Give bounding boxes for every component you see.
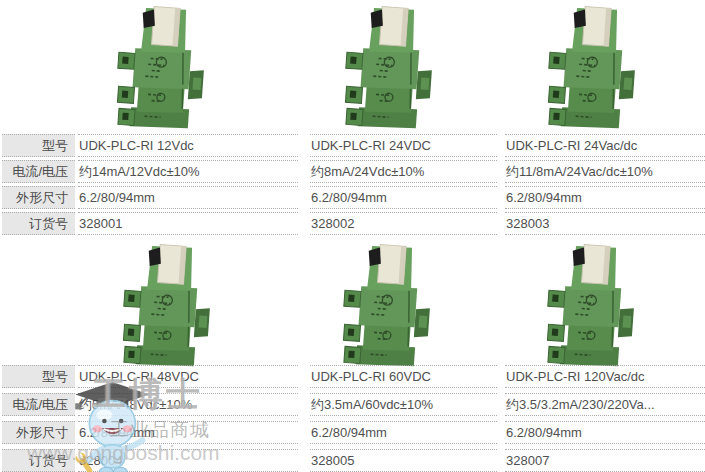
spec-value-dimensions: 6.2/80/94mm — [310, 186, 497, 209]
spec-value-dimensions: 6.2/80/94mm — [78, 186, 298, 209]
relay-module-illustration — [102, 5, 214, 131]
spec-value-current-voltage: 约14mA/12Vdc±10% — [78, 160, 298, 183]
spec-value-order-no: 328004 — [78, 449, 298, 472]
spec-table-bottom: 型号 UDK-PLC-RI 48VDC UDK-PLC-RI 60VDC UDK… — [2, 365, 705, 472]
spec-table-top: 型号 UDK-PLC-RI 12Vdc UDK-PLC-RI 24VDC UDK… — [2, 134, 705, 238]
relay-module-illustration — [108, 243, 220, 369]
spec-value-current-voltage: 约11/8mA/24Vac/dc±10% — [505, 160, 705, 183]
spec-row-order-no: 订货号 328004 328005 328007 — [2, 449, 705, 472]
spec-label-current-voltage: 电流/电压 — [2, 160, 75, 183]
spec-value-model: UDK-PLC-RI 48VDC — [78, 365, 298, 388]
spec-label-model: 型号 — [2, 134, 75, 157]
product-spec-page: 型号 UDK-PLC-RI 12Vdc UDK-PLC-RI 24VDC UDK… — [0, 0, 705, 472]
spec-value-order-no: 328002 — [310, 212, 497, 235]
spec-row-model: 型号 UDK-PLC-RI 48VDC UDK-PLC-RI 60VDC UDK… — [2, 365, 705, 388]
spec-value-current-voltage: 约3.5/3.2mA/230/220Va... — [505, 393, 705, 416]
spec-value-current-voltage: 约8mA/24Vdc±10% — [310, 160, 497, 183]
spec-label-current-voltage: 电流/电压 — [2, 393, 75, 416]
relay-module-illustration — [532, 243, 644, 369]
spec-value-order-no: 328003 — [505, 212, 705, 235]
spec-row-current-voltage: 电流/电压 约14mA/12Vdc±10% 约8mA/24Vdc±10% 约11… — [2, 160, 705, 183]
spec-value-current-voltage: 约5mA/48Vdc±10% — [78, 393, 298, 416]
relay-module-illustration — [533, 5, 645, 131]
product-image-relay-module-3 — [533, 5, 645, 131]
spec-value-dimensions: 6.2/80/94mm — [505, 186, 705, 209]
spec-value-order-no: 328005 — [310, 449, 497, 472]
spec-label-order-no: 订货号 — [2, 212, 75, 235]
spec-row-order-no: 订货号 328001 328002 328003 — [2, 212, 705, 235]
product-image-relay-module-4 — [108, 243, 220, 369]
spec-value-dimensions: 6.2/80/94mm — [78, 421, 298, 444]
product-image-relay-module-2 — [330, 5, 442, 131]
spec-value-model: UDK-PLC-RI 24Vac/dc — [505, 134, 705, 157]
spec-value-model: UDK-PLC-RI 12Vdc — [78, 134, 298, 157]
relay-module-illustration — [330, 5, 442, 131]
spec-value-order-no: 328007 — [505, 449, 705, 472]
spec-row-model: 型号 UDK-PLC-RI 12Vdc UDK-PLC-RI 24VDC UDK… — [2, 134, 705, 157]
spec-value-current-voltage: 约3.5mA/60vdc±10% — [310, 393, 497, 416]
product-image-relay-module-6 — [532, 243, 644, 369]
relay-module-illustration — [328, 243, 440, 369]
spec-row-dimensions: 外形尺寸 6.2/80/94mm 6.2/80/94mm 6.2/80/94mm — [2, 186, 705, 209]
spec-value-order-no: 328001 — [78, 212, 298, 235]
product-image-relay-module-1 — [102, 5, 214, 131]
spec-row-current-voltage: 电流/电压 约5mA/48Vdc±10% 约3.5mA/60vdc±10% 约3… — [2, 393, 705, 416]
spec-label-dimensions: 外形尺寸 — [2, 186, 75, 209]
spec-label-model: 型号 — [2, 365, 75, 388]
spec-value-model: UDK-PLC-RI 120Vac/dc — [505, 365, 705, 388]
spec-value-model: UDK-PLC-RI 24VDC — [310, 134, 497, 157]
product-image-relay-module-5 — [328, 243, 440, 369]
spec-value-dimensions: 6.2/80/94mm — [505, 421, 705, 444]
spec-label-dimensions: 外形尺寸 — [2, 421, 75, 444]
spec-label-order-no: 订货号 — [2, 449, 75, 472]
spec-value-model: UDK-PLC-RI 60VDC — [310, 365, 497, 388]
spec-row-dimensions: 外形尺寸 6.2/80/94mm 6.2/80/94mm 6.2/80/94mm — [2, 421, 705, 444]
spec-value-dimensions: 6.2/80/94mm — [310, 421, 497, 444]
